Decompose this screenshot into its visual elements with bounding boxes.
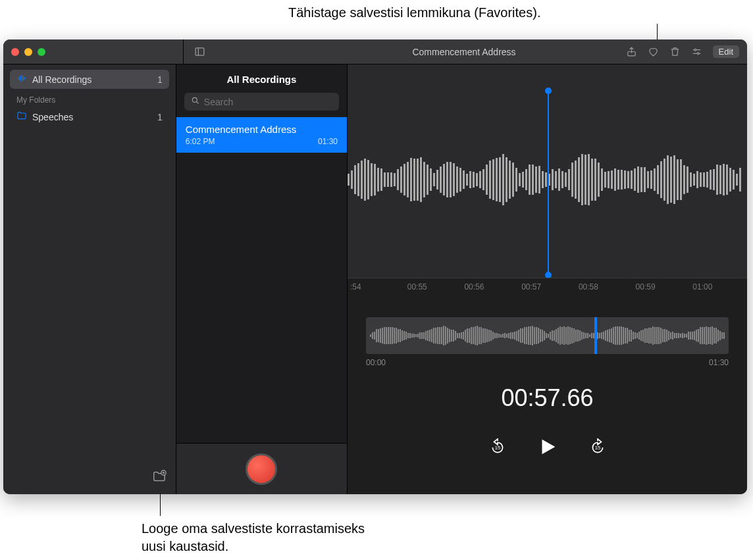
search-field[interactable] [204, 97, 332, 107]
svg-text:15: 15 [494, 445, 500, 451]
edit-button[interactable]: Edit [713, 45, 739, 58]
ruler-tick: 00:59 [633, 282, 690, 292]
record-button-area [176, 443, 347, 494]
folder-icon [16, 111, 27, 123]
record-button[interactable] [246, 453, 277, 485]
sidebar: All Recordings 1 My Folders Speeches 1 [3, 64, 176, 494]
ruler-tick: 00:57 [519, 282, 576, 292]
recordings-list: All Recordings Commencement Address 6:02… [176, 64, 348, 494]
ruler-tick: 00:58 [576, 282, 633, 292]
svg-point-5 [694, 49, 696, 51]
svg-point-6 [697, 53, 699, 55]
app-window: Commencement Address Edit All Record [3, 39, 747, 494]
skip-back-button[interactable]: 15 [489, 438, 506, 455]
ruler-tick: :54 [348, 282, 405, 292]
overview-playhead[interactable] [594, 317, 597, 354]
detail-pane: :54 00:55 00:56 00:57 00:58 00:59 01:00 … [348, 64, 747, 494]
ruler-tick: 00:55 [405, 282, 462, 292]
window-body: All Recordings 1 My Folders Speeches 1 A… [3, 64, 747, 494]
sidebar-item-speeches[interactable]: Speeches 1 [10, 107, 169, 126]
callout-favorites: Tähistage salvestisi lemmikuna (Favorite… [288, 5, 540, 20]
overview-end: 01:30 [709, 358, 729, 367]
trash-icon[interactable] [669, 46, 681, 57]
recording-time: 6:02 PM [186, 137, 215, 146]
search-icon [191, 96, 200, 107]
minimize-button[interactable] [24, 48, 32, 56]
sidebar-item-label: Speeches [32, 112, 73, 122]
overview-track[interactable] [366, 317, 729, 354]
recording-name: Commencement Address [186, 124, 338, 135]
recording-item[interactable]: Commencement Address 6:02 PM 01:30 [176, 117, 347, 153]
search-input[interactable] [184, 93, 339, 111]
window-controls [11, 48, 45, 56]
settings-sliders-icon[interactable] [691, 46, 702, 57]
skip-forward-button[interactable]: 15 [589, 438, 606, 455]
recording-duration: 01:30 [318, 137, 338, 146]
sidebar-item-count: 1 [157, 74, 163, 85]
playback-controls: 15 15 [348, 436, 747, 458]
new-folder-icon[interactable] [152, 469, 167, 486]
titlebar: Commencement Address Edit [3, 39, 747, 64]
share-icon[interactable] [626, 46, 637, 57]
sidebar-toggle-icon[interactable] [194, 46, 205, 57]
play-button[interactable] [536, 436, 559, 458]
favorite-icon[interactable] [648, 46, 659, 57]
list-title: All Recordings [176, 64, 347, 93]
overview-start: 00:00 [366, 358, 386, 367]
svg-rect-0 [195, 48, 204, 55]
sidebar-item-count: 1 [157, 112, 163, 122]
callout-new-folder: Looge oma salvestiste korrastamiseks uus… [142, 520, 365, 555]
ruler-tick: 00:56 [461, 282, 519, 292]
callout-line [657, 24, 658, 40]
ruler-tick: 01:00 [690, 282, 747, 292]
sidebar-item-label: All Recordings [32, 74, 91, 85]
callout-line [160, 494, 161, 516]
playhead[interactable] [548, 91, 549, 275]
sidebar-item-all-recordings[interactable]: All Recordings 1 [10, 70, 169, 89]
recording-meta: 6:02 PM 01:30 [186, 137, 338, 146]
svg-line-16 [197, 102, 199, 104]
titlebar-separator [183, 39, 184, 64]
waveform-icon [16, 73, 27, 86]
svg-text:15: 15 [594, 445, 600, 451]
waveform-overview[interactable]: 00:00 01:30 [366, 317, 729, 367]
time-ruler: :54 00:55 00:56 00:57 00:58 00:59 01:00 [348, 278, 747, 295]
svg-point-15 [192, 97, 197, 102]
window-title: Commencement Address [412, 47, 515, 57]
close-button[interactable] [11, 48, 19, 56]
maximize-button[interactable] [38, 48, 45, 56]
overview-labels: 00:00 01:30 [366, 358, 729, 367]
sidebar-section-header: My Folders [10, 89, 169, 107]
waveform-main[interactable]: :54 00:55 00:56 00:57 00:58 00:59 01:00 [348, 64, 747, 295]
toolbar-right: Edit [626, 45, 739, 58]
timecode: 00:57.66 [348, 384, 747, 412]
